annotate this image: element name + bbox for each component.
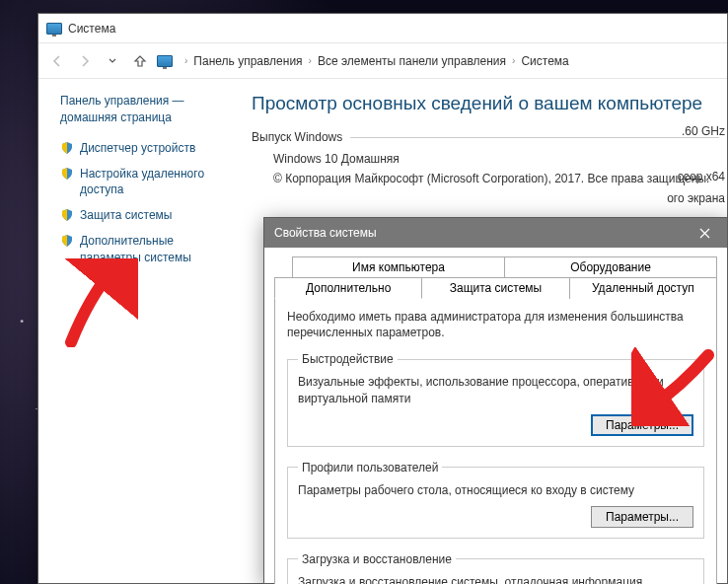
tab-panel-advanced: Необходимо иметь права администратора дл… [274,298,717,584]
peek-screen: ого экрана [667,191,725,205]
window-title: Система [68,22,115,36]
breadcrumb-icon [157,55,173,67]
tab-advanced[interactable]: Дополнительно [274,277,422,299]
performance-settings-button[interactable]: Параметры... [591,414,693,436]
back-button [46,50,68,72]
edition-label: Выпуск Windows [252,130,350,144]
chevron-right-icon: › [512,55,515,66]
chevron-right-icon: › [309,55,312,66]
control-panel-home-link[interactable]: Панель управления — домашняя страница [60,93,234,126]
peek-arch: ссор x64 [678,170,725,183]
tab-remote[interactable]: Удаленный доступ [570,277,717,299]
tab-computer-name[interactable]: Имя компьютера [292,256,505,277]
up-button[interactable] [129,50,151,72]
tab-hardware[interactable]: Оборудование [505,256,717,277]
breadcrumb[interactable]: › Панель управления › Все элементы панел… [157,54,569,68]
sidebar: Панель управления — домашняя страница Ди… [38,79,246,583]
shield-icon [60,234,74,248]
breadcrumb-root[interactable]: Панель управления [193,54,302,68]
recent-dropdown[interactable] [102,50,123,72]
profiles-desc: Параметры рабочего стола, относящиеся ко… [298,482,693,498]
close-button[interactable] [683,218,727,248]
startup-legend: Загрузка и восстановление [298,552,456,566]
edition-value: Windows 10 Домашняя [273,152,719,166]
performance-desc: Визуальные эффекты, использование процес… [298,374,693,405]
sidebar-item-label: Диспетчер устройств [80,140,195,156]
profiles-group: Профили пользователей Параметры рабочего… [287,461,704,539]
breadcrumb-mid[interactable]: Все элементы панели управления [318,54,506,68]
toolbar: › Панель управления › Все элементы панел… [38,43,727,79]
sidebar-remote-settings[interactable]: Настройка удаленного доступа [60,166,234,197]
dialog-titlebar[interactable]: Свойства системы [264,218,727,248]
system-properties-dialog: Свойства системы Имя компьютера Оборудов… [263,217,728,584]
profiles-legend: Профили пользователей [298,461,442,474]
startup-desc: Загрузка и восстановление системы, отлад… [298,574,693,584]
startup-group: Загрузка и восстановление Загрузка и вос… [287,552,704,584]
close-icon [699,228,710,239]
sidebar-device-manager[interactable]: Диспетчер устройств [60,140,234,156]
sidebar-item-label: Защита системы [80,207,172,223]
shield-icon [60,167,74,181]
profiles-settings-button[interactable]: Параметры... [591,506,693,528]
system-icon [46,23,62,35]
admin-note: Необходимо иметь права администратора дл… [287,309,704,340]
titlebar[interactable]: Система [38,14,727,43]
dialog-title: Свойства системы [274,226,377,240]
breadcrumb-leaf[interactable]: Система [521,54,568,68]
performance-group: Быстродействие Визуальные эффекты, испол… [287,352,704,446]
peek-ghz: .60 GHz [682,124,725,138]
sidebar-item-label: Настройка удаленного доступа [80,166,234,197]
sidebar-item-label: Дополнительные параметры системы [80,233,234,264]
chevron-right-icon: › [184,55,187,66]
performance-legend: Быстродействие [298,352,398,366]
shield-icon [60,208,74,222]
tab-system-protection[interactable]: Защита системы [422,277,569,299]
page-title: Просмотр основных сведений о вашем компь… [252,93,727,114]
shield-icon [60,141,74,155]
sidebar-advanced-settings[interactable]: Дополнительные параметры системы [60,233,234,264]
forward-button [74,50,96,72]
sidebar-system-protection[interactable]: Защита системы [60,207,234,223]
copyright-text: © Корпорация Майкрософт (Microsoft Corpo… [273,172,719,185]
